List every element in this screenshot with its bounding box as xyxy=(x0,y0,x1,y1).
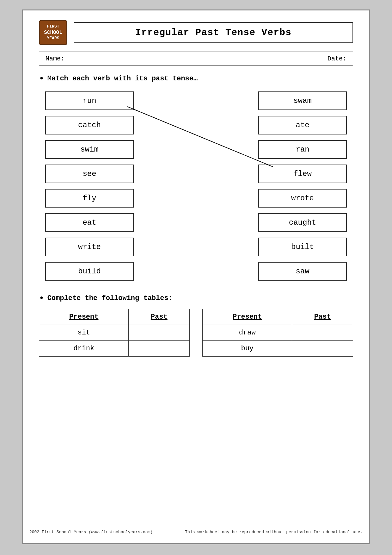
left-verb-eat: eat xyxy=(45,213,134,232)
table-row: draw xyxy=(203,325,353,341)
right-verb-wrote: wrote xyxy=(258,189,347,208)
right-column: swam ate ran flew wrote caught built saw xyxy=(258,91,347,281)
footer-right: This worksheet may be reproduced without… xyxy=(185,530,363,534)
right-verb-flew: flew xyxy=(258,165,347,183)
bullet2: • xyxy=(39,293,44,303)
instruction1-text: Match each verb with its past tense… xyxy=(47,75,198,83)
page-title: Irregular Past Tense Verbs xyxy=(74,22,353,43)
svg-line-0 xyxy=(127,107,273,167)
right-verb-ate: ate xyxy=(258,116,347,134)
name-date-row: Name: Date: xyxy=(39,52,353,66)
table2-row2-present: buy xyxy=(203,341,292,357)
matching-area: run catch swim see fly eat write build s… xyxy=(39,91,353,281)
logo-line2: SCHOOL xyxy=(44,29,62,36)
left-verb-fly: fly xyxy=(45,189,134,208)
instruction2-text: Complete the following tables: xyxy=(47,294,173,302)
bullet1: • xyxy=(39,74,44,84)
table-row: buy xyxy=(203,341,353,357)
table2-row1-past[interactable] xyxy=(292,325,353,341)
instruction2: • Complete the following tables: xyxy=(39,293,353,303)
table1-row1-past[interactable] xyxy=(129,325,190,341)
right-verb-caught: caught xyxy=(258,213,347,232)
logo-line3: YEARS xyxy=(47,36,59,41)
table1-header-past: Past xyxy=(129,309,190,325)
table1: Present Past sit drink xyxy=(39,309,190,357)
right-verb-saw: saw xyxy=(258,262,347,281)
table-row: drink xyxy=(39,341,190,357)
left-verb-run: run xyxy=(45,91,134,110)
logo-line1: FIRST xyxy=(47,24,59,29)
instruction1: • Match each verb with its past tense… xyxy=(39,74,353,84)
logo: FIRST SCHOOL YEARS xyxy=(39,20,67,45)
left-verb-see: see xyxy=(45,165,134,183)
table2: Present Past draw buy xyxy=(202,309,353,357)
left-verb-swim: swim xyxy=(45,140,134,159)
right-verb-built: built xyxy=(258,238,347,256)
table1-row1-present: sit xyxy=(39,325,129,341)
table1-table: Present Past sit drink xyxy=(39,309,190,357)
header: FIRST SCHOOL YEARS Irregular Past Tense … xyxy=(39,20,353,45)
footer-left: 2002 First School Years (www.firstschool… xyxy=(29,530,153,534)
right-verb-ran: ran xyxy=(258,140,347,159)
table1-header-present: Present xyxy=(39,309,129,325)
table2-table: Present Past draw buy xyxy=(202,309,353,357)
left-verb-build: build xyxy=(45,262,134,281)
left-verb-catch: catch xyxy=(45,116,134,134)
table2-row1-present: draw xyxy=(203,325,292,341)
name-label: Name: xyxy=(46,55,64,62)
table1-row2-present: drink xyxy=(39,341,129,357)
right-verb-swam: swam xyxy=(258,91,347,110)
page: FIRST SCHOOL YEARS Irregular Past Tense … xyxy=(22,9,370,544)
date-label: Date: xyxy=(328,55,346,62)
left-verb-write: write xyxy=(45,238,134,256)
table1-row2-past[interactable] xyxy=(129,341,190,357)
left-column: run catch swim see fly eat write build xyxy=(45,91,134,281)
footer: 2002 First School Years (www.firstschool… xyxy=(23,527,369,537)
table2-header-past: Past xyxy=(292,309,353,325)
table-row: sit xyxy=(39,325,190,341)
table2-header-present: Present xyxy=(203,309,292,325)
table2-row2-past[interactable] xyxy=(292,341,353,357)
tables-area: Present Past sit drink xyxy=(39,309,353,357)
